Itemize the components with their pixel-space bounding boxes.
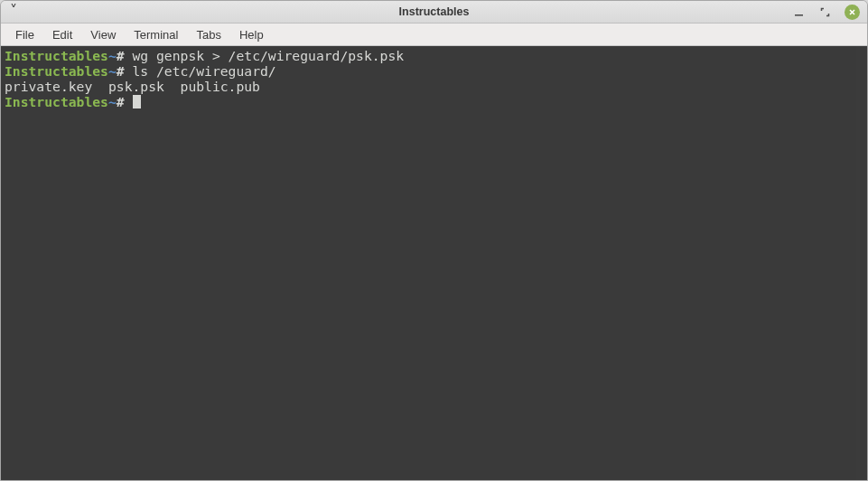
menu-view[interactable]: View: [81, 25, 125, 44]
scrollbar[interactable]: [856, 46, 867, 480]
prompt-path: ~: [108, 48, 117, 63]
terminal-line: Instructables~# ls /etc/wireguard/: [5, 63, 854, 79]
minimize-button[interactable]: [792, 5, 806, 19]
command: wg genpsk > /etc/wireguard/psk.psk: [133, 48, 405, 63]
prompt-host: Instructables: [5, 63, 108, 79]
prompt-host: Instructables: [5, 48, 108, 63]
menu-help[interactable]: Help: [230, 25, 273, 44]
menu-terminal[interactable]: Terminal: [125, 25, 187, 44]
prompt-host: Instructables: [5, 94, 108, 109]
menu-file[interactable]: File: [6, 25, 43, 44]
terminal-output: private.key psk.psk public.pub: [5, 79, 854, 94]
maximize-button[interactable]: [818, 5, 832, 19]
cursor-icon: [133, 95, 141, 108]
terminal[interactable]: Instructables~# wg genpsk > /etc/wiregua…: [1, 46, 856, 480]
prompt-symbol: #: [117, 63, 125, 79]
app-menu-icon[interactable]: ˅: [8, 4, 19, 20]
terminal-current-line: Instructables~#: [5, 94, 854, 109]
prompt-path: ~: [108, 94, 117, 109]
titlebar[interactable]: ˅ Instructables: [1, 1, 867, 24]
prompt-path: ~: [108, 63, 117, 79]
titlebar-left: ˅: [8, 4, 19, 20]
menu-edit[interactable]: Edit: [43, 25, 81, 44]
svg-rect-0: [795, 14, 803, 16]
window-title: Instructables: [399, 5, 470, 18]
command-text: wg genpsk > /etc/wireguard/psk.psk: [125, 48, 405, 63]
command: ls /etc/wireguard/: [133, 63, 276, 79]
terminal-line: Instructables~# wg genpsk > /etc/wiregua…: [5, 48, 854, 63]
close-button[interactable]: [845, 5, 860, 20]
terminal-window: ˅ Instructables File Edit View: [0, 0, 868, 481]
prompt-symbol: #: [117, 94, 125, 109]
menubar: File Edit View Terminal Tabs Help: [1, 24, 867, 46]
titlebar-right: [792, 5, 860, 20]
command-text: ls /etc/wireguard/: [125, 63, 276, 79]
terminal-container: Instructables~# wg genpsk > /etc/wiregua…: [1, 46, 867, 480]
prompt-symbol: #: [117, 48, 125, 63]
menu-tabs[interactable]: Tabs: [187, 25, 229, 44]
cursor-area: [125, 94, 141, 109]
